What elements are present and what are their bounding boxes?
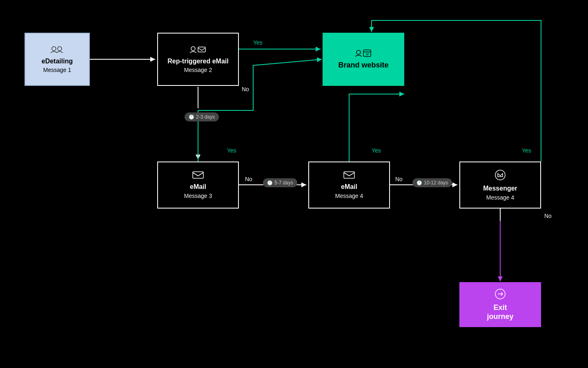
rep-title: Rep-triggered eMail xyxy=(167,57,228,65)
svg-rect-16 xyxy=(198,47,205,52)
svg-point-13 xyxy=(52,47,56,51)
exit-icon xyxy=(494,288,506,302)
edetailing-icon xyxy=(49,45,65,56)
svg-rect-23 xyxy=(344,172,354,178)
delay-badge-3: 🕐 10-12 days xyxy=(412,178,452,187)
label-yes-email4: Yes xyxy=(372,147,381,154)
email3-title: eMail xyxy=(190,183,206,191)
email3-subtitle: Message 3 xyxy=(184,193,212,199)
label-no-email4: No xyxy=(395,176,403,182)
node-edetailing[interactable]: eDetailing Message 1 xyxy=(24,33,90,86)
clock-icon-1: 🕐 xyxy=(189,114,194,120)
label-yes-messenger: Yes xyxy=(522,147,531,154)
messenger-subtitle: Message 4 xyxy=(486,194,514,201)
rep-subtitle: Message 2 xyxy=(184,67,212,73)
label-no-rep: No xyxy=(242,86,249,92)
email4-icon xyxy=(343,171,355,181)
node-messenger[interactable]: Messenger Message 4 xyxy=(459,162,541,209)
node-exit-journey[interactable]: Exitjourney xyxy=(459,282,541,327)
exit-title: Exitjourney xyxy=(487,303,513,321)
svg-point-15 xyxy=(191,47,195,51)
label-no-messenger: No xyxy=(544,213,552,219)
node-email3[interactable]: eMail Message 3 xyxy=(157,162,239,209)
svg-point-14 xyxy=(58,47,62,51)
edetailing-title: eDetailing xyxy=(42,57,73,65)
diagram: eDetailing Message 1 Rep-triggered eMail… xyxy=(0,0,588,368)
email4-title: eMail xyxy=(341,183,357,191)
clock-icon-3: 🕐 xyxy=(416,180,422,186)
svg-rect-18 xyxy=(363,50,371,56)
svg-point-24 xyxy=(495,170,505,180)
delay-badge-1: 🕐 2-3 days xyxy=(185,112,219,121)
svg-rect-22 xyxy=(193,172,203,178)
messenger-icon xyxy=(494,169,506,183)
delay-badge-2: 🕐 5-7 days xyxy=(263,178,297,187)
node-brand-website[interactable]: Brand website xyxy=(323,33,404,86)
brand-title: Brand website xyxy=(338,61,388,70)
svg-point-17 xyxy=(356,50,361,54)
messenger-title: Messenger xyxy=(483,184,517,192)
clock-icon-2: 🕐 xyxy=(267,180,273,186)
email4-subtitle: Message 4 xyxy=(335,193,363,199)
edetailing-subtitle: Message 1 xyxy=(43,67,71,73)
label-yes-email3: Yes xyxy=(227,147,236,154)
brand-icon xyxy=(354,49,372,59)
node-rep-triggered[interactable]: Rep-triggered eMail Message 2 xyxy=(157,33,239,86)
node-email4[interactable]: eMail Message 4 xyxy=(308,162,390,209)
email3-icon xyxy=(192,171,204,181)
label-no-email3: No xyxy=(245,176,252,182)
label-yes-rep-brand: Yes xyxy=(253,39,263,46)
rep-icon xyxy=(189,45,207,56)
